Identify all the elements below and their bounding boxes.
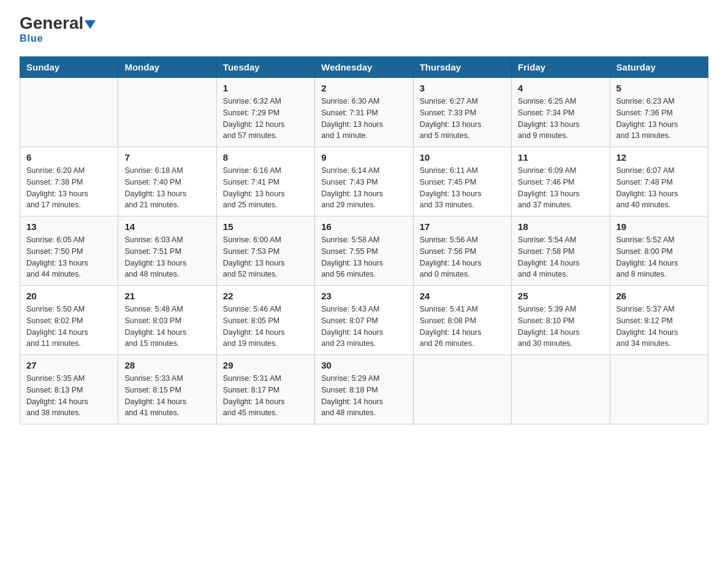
calendar-cell: 8Sunrise: 6:16 AM Sunset: 7:41 PM Daylig… [216,147,314,216]
logo-triangle-icon [85,20,96,29]
calendar-cell: 15Sunrise: 6:00 AM Sunset: 7:53 PM Dayli… [216,216,314,286]
calendar-header-row: SundayMondayTuesdayWednesdayThursdayFrid… [20,57,708,78]
day-number: 16 [321,221,406,232]
calendar-cell: 20Sunrise: 5:50 AM Sunset: 8:02 PM Dayli… [20,286,118,355]
calendar-cell: 29Sunrise: 5:31 AM Sunset: 8:17 PM Dayli… [216,355,314,424]
day-info: Sunrise: 5:29 AM Sunset: 8:18 PM Dayligh… [321,373,406,419]
day-number: 2 [321,83,406,93]
calendar-cell: 19Sunrise: 5:52 AM Sunset: 8:00 PM Dayli… [610,216,708,286]
day-info: Sunrise: 6:09 AM Sunset: 7:46 PM Dayligh… [518,165,603,211]
day-info: Sunrise: 6:30 AM Sunset: 7:31 PM Dayligh… [321,96,406,142]
calendar-cell [118,78,216,147]
day-number: 5 [616,83,702,93]
day-info: Sunrise: 6:23 AM Sunset: 7:36 PM Dayligh… [616,96,702,142]
calendar-cell: 25Sunrise: 5:39 AM Sunset: 8:10 PM Dayli… [512,286,610,355]
calendar-cell: 7Sunrise: 6:18 AM Sunset: 7:40 PM Daylig… [118,147,216,216]
day-of-week-header: Monday [118,57,216,78]
calendar-cell: 28Sunrise: 5:33 AM Sunset: 8:15 PM Dayli… [118,355,216,424]
day-number: 13 [26,221,112,232]
day-info: Sunrise: 6:00 AM Sunset: 7:53 PM Dayligh… [223,234,308,280]
calendar-cell: 21Sunrise: 5:48 AM Sunset: 8:03 PM Dayli… [118,286,216,355]
day-info: Sunrise: 6:07 AM Sunset: 7:48 PM Dayligh… [616,165,702,211]
day-number: 24 [420,291,505,301]
day-number: 17 [420,221,505,232]
day-number: 7 [124,152,210,163]
calendar-cell: 1Sunrise: 6:32 AM Sunset: 7:29 PM Daylig… [216,78,314,147]
day-number: 19 [616,221,702,232]
calendar-week-row: 6Sunrise: 6:20 AM Sunset: 7:38 PM Daylig… [20,147,708,216]
day-number: 9 [321,152,406,163]
logo: General Blue [20,15,96,44]
day-number: 25 [518,291,603,301]
day-info: Sunrise: 6:25 AM Sunset: 7:34 PM Dayligh… [518,96,603,142]
calendar-cell [20,78,118,147]
calendar-cell [610,355,708,424]
day-of-week-header: Sunday [20,57,118,78]
calendar-cell: 9Sunrise: 6:14 AM Sunset: 7:43 PM Daylig… [315,147,413,216]
day-info: Sunrise: 5:58 AM Sunset: 7:55 PM Dayligh… [321,234,406,280]
calendar-cell: 14Sunrise: 6:03 AM Sunset: 7:51 PM Dayli… [118,216,216,286]
calendar-cell: 3Sunrise: 6:27 AM Sunset: 7:33 PM Daylig… [413,78,511,147]
day-info: Sunrise: 5:37 AM Sunset: 8:12 PM Dayligh… [616,304,702,350]
day-number: 6 [26,152,112,163]
day-number: 10 [420,152,505,163]
day-info: Sunrise: 6:27 AM Sunset: 7:33 PM Dayligh… [420,96,505,142]
day-number: 12 [616,152,702,163]
calendar-cell: 23Sunrise: 5:43 AM Sunset: 8:07 PM Dayli… [315,286,413,355]
day-info: Sunrise: 6:05 AM Sunset: 7:50 PM Dayligh… [26,234,112,280]
day-info: Sunrise: 5:41 AM Sunset: 8:08 PM Dayligh… [420,304,505,350]
day-number: 3 [420,83,505,93]
day-number: 18 [518,221,603,232]
calendar-cell: 30Sunrise: 5:29 AM Sunset: 8:18 PM Dayli… [315,355,413,424]
day-of-week-header: Wednesday [315,57,413,78]
calendar-week-row: 1Sunrise: 6:32 AM Sunset: 7:29 PM Daylig… [20,78,708,147]
day-of-week-header: Saturday [610,57,708,78]
day-info: Sunrise: 6:18 AM Sunset: 7:40 PM Dayligh… [124,165,210,211]
calendar-cell: 22Sunrise: 5:46 AM Sunset: 8:05 PM Dayli… [216,286,314,355]
page-header: General Blue [20,15,708,44]
day-info: Sunrise: 6:11 AM Sunset: 7:45 PM Dayligh… [420,165,505,211]
day-number: 26 [616,291,702,301]
day-info: Sunrise: 5:48 AM Sunset: 8:03 PM Dayligh… [124,304,210,350]
day-info: Sunrise: 5:54 AM Sunset: 7:58 PM Dayligh… [518,234,603,280]
day-number: 22 [223,291,308,301]
day-info: Sunrise: 6:32 AM Sunset: 7:29 PM Dayligh… [223,96,308,142]
calendar-cell [413,355,511,424]
day-number: 21 [124,291,210,301]
day-info: Sunrise: 5:56 AM Sunset: 7:56 PM Dayligh… [420,234,505,280]
calendar-cell: 10Sunrise: 6:11 AM Sunset: 7:45 PM Dayli… [413,147,511,216]
calendar-table: SundayMondayTuesdayWednesdayThursdayFrid… [20,56,708,424]
logo-blue-text: Blue [20,33,44,44]
calendar-cell: 2Sunrise: 6:30 AM Sunset: 7:31 PM Daylig… [315,78,413,147]
day-number: 1 [223,83,308,93]
day-of-week-header: Tuesday [216,57,314,78]
calendar-cell: 5Sunrise: 6:23 AM Sunset: 7:36 PM Daylig… [610,78,708,147]
calendar-cell: 6Sunrise: 6:20 AM Sunset: 7:38 PM Daylig… [20,147,118,216]
day-info: Sunrise: 5:43 AM Sunset: 8:07 PM Dayligh… [321,304,406,350]
calendar-week-row: 27Sunrise: 5:35 AM Sunset: 8:13 PM Dayli… [20,355,708,424]
day-of-week-header: Friday [512,57,610,78]
day-number: 20 [26,291,112,301]
day-info: Sunrise: 5:46 AM Sunset: 8:05 PM Dayligh… [223,304,308,350]
day-number: 15 [223,221,308,232]
day-info: Sunrise: 5:31 AM Sunset: 8:17 PM Dayligh… [223,373,308,419]
day-number: 23 [321,291,406,301]
day-number: 28 [124,360,210,370]
day-number: 27 [26,360,112,370]
calendar-cell: 26Sunrise: 5:37 AM Sunset: 8:12 PM Dayli… [610,286,708,355]
day-info: Sunrise: 6:20 AM Sunset: 7:38 PM Dayligh… [26,165,112,211]
day-info: Sunrise: 5:50 AM Sunset: 8:02 PM Dayligh… [26,304,112,350]
day-number: 29 [223,360,308,370]
calendar-cell: 27Sunrise: 5:35 AM Sunset: 8:13 PM Dayli… [20,355,118,424]
calendar-cell: 16Sunrise: 5:58 AM Sunset: 7:55 PM Dayli… [315,216,413,286]
logo-text: General [20,15,96,32]
calendar-cell: 4Sunrise: 6:25 AM Sunset: 7:34 PM Daylig… [512,78,610,147]
day-info: Sunrise: 5:39 AM Sunset: 8:10 PM Dayligh… [518,304,603,350]
calendar-cell: 24Sunrise: 5:41 AM Sunset: 8:08 PM Dayli… [413,286,511,355]
day-number: 14 [124,221,210,232]
calendar-week-row: 20Sunrise: 5:50 AM Sunset: 8:02 PM Dayli… [20,286,708,355]
day-info: Sunrise: 6:14 AM Sunset: 7:43 PM Dayligh… [321,165,406,211]
calendar-cell: 18Sunrise: 5:54 AM Sunset: 7:58 PM Dayli… [512,216,610,286]
day-number: 8 [223,152,308,163]
calendar-week-row: 13Sunrise: 6:05 AM Sunset: 7:50 PM Dayli… [20,216,708,286]
